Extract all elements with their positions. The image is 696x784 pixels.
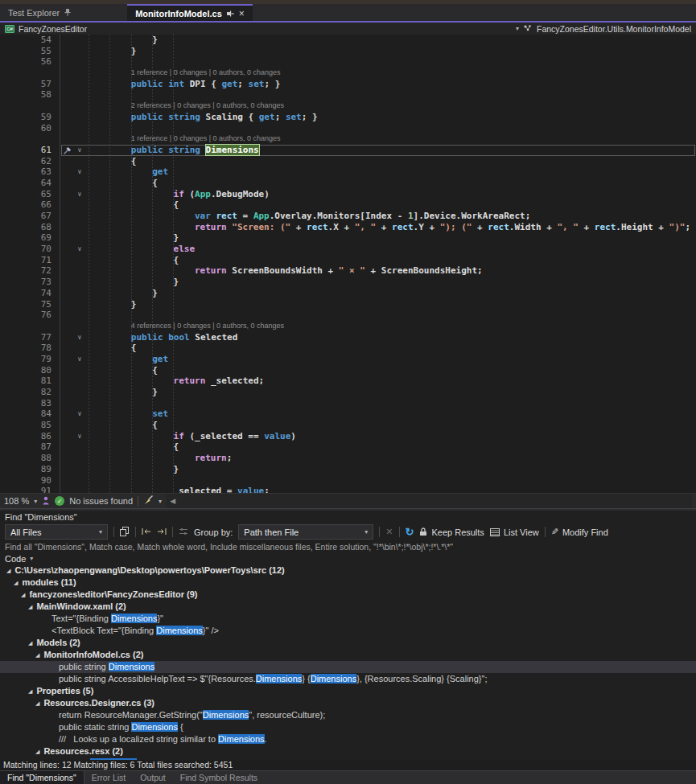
fold-chevron-icon[interactable]: ∨	[77, 408, 82, 420]
code-line[interactable]: 75}	[0, 299, 696, 310]
code-line[interactable]: 78{	[0, 343, 696, 354]
fold-chevron-icon[interactable]: ∨	[77, 332, 82, 343]
code-line[interactable]: 88return;	[0, 453, 696, 464]
tree-expand-icon[interactable]: ◢	[28, 604, 32, 610]
chevron-down-icon[interactable]: ▾	[516, 25, 519, 32]
tree-expand-icon[interactable]: ◢	[14, 580, 18, 585]
code-line[interactable]: 86∨if (_selected == value)	[0, 431, 696, 442]
code-line[interactable]: 80{	[0, 365, 696, 376]
chevron-down-icon[interactable]: ▾	[159, 498, 162, 505]
code-line[interactable]: 81return _selected;	[0, 376, 696, 387]
code-line[interactable]: 64{	[0, 178, 696, 189]
tab-find-dimensions[interactable]: Find "Dimensions"	[0, 771, 84, 784]
breadcrumb-type[interactable]: FancyZonesEditor.Utils.MonitorInfoModel	[537, 24, 691, 34]
zoom-level[interactable]: 108 %	[4, 496, 29, 506]
tab-test-explorer[interactable]: Test Explorer	[0, 4, 79, 21]
document-health-icon[interactable]	[42, 496, 50, 507]
code-line[interactable]: 79∨get	[0, 354, 696, 365]
find-result-item[interactable]: public string AccessibleHelpText => $"{R…	[0, 673, 696, 685]
keep-results-button[interactable]: Keep Results	[419, 527, 484, 537]
fold-chevron-icon[interactable]: ∨	[77, 145, 82, 156]
code-line[interactable]: 56	[0, 56, 696, 68]
find-result-item[interactable]: <TextBlock Text="{Binding Dimensions}" /…	[0, 625, 696, 637]
find-tree-group[interactable]: ◢MonitorInfoModel.cs (2)	[0, 649, 696, 661]
codelens-row[interactable]: 4 references | 0 changes | 0 authors, 0 …	[0, 321, 696, 332]
previous-location-icon[interactable]	[142, 527, 151, 537]
find-result-item[interactable]: public static string Dimensions {	[0, 721, 696, 733]
code-line[interactable]: 82}	[0, 387, 696, 398]
scroll-left-icon[interactable]: ◀	[167, 497, 175, 505]
find-result-item[interactable]: return ResourceManager.GetString("Dimens…	[0, 709, 696, 721]
find-tree-group[interactable]: ◢Resources.Designer.cs (3)	[0, 697, 696, 709]
horizontal-scrollbar[interactable]: ◀	[167, 494, 692, 508]
find-result-item[interactable]: /// Looks up a localized string similar …	[0, 733, 696, 745]
find-tree-group[interactable]: ◢modules (11)	[0, 577, 696, 589]
tab-find-symbol-results[interactable]: Find Symbol Results	[173, 771, 265, 784]
code-line[interactable]: 60	[0, 123, 696, 134]
tab-output[interactable]: Output	[133, 771, 173, 784]
code-line[interactable]: 77∨public bool Selected	[0, 332, 696, 343]
code-line[interactable]: 76	[0, 310, 696, 321]
fold-chevron-icon[interactable]: ∨	[77, 354, 82, 365]
find-tree-group[interactable]: ◢fancyzones\editor\FancyZonesEditor (9)	[0, 589, 696, 601]
tree-expand-icon[interactable]: ◢	[35, 652, 39, 658]
code-line[interactable]: 89}	[0, 464, 696, 475]
find-tree-group[interactable]: ◢Properties (5)	[0, 685, 696, 697]
code-line[interactable]: 90	[0, 475, 696, 486]
code-line[interactable]: 55}	[0, 46, 696, 57]
code-line[interactable]: 91_selected = value;	[0, 486, 696, 493]
tab-monitorinfomodel[interactable]: MonitorInfoModel.cs ×	[127, 4, 253, 21]
code-line[interactable]: 66{	[0, 199, 696, 211]
code-line[interactable]: 57public int DPI { get; set; }	[0, 79, 696, 90]
pin-icon[interactable]	[227, 9, 234, 18]
code-line[interactable]: 85{	[0, 420, 696, 431]
code-line[interactable]: 84∨set	[0, 408, 696, 420]
code-line[interactable]: 54}	[0, 35, 696, 46]
codelens-row[interactable]: 1 reference | 0 changes | 0 authors, 0 c…	[0, 133, 696, 145]
list-view-button[interactable]: List View	[490, 527, 539, 537]
close-icon[interactable]: ×	[239, 8, 245, 19]
breadcrumb-project[interactable]: FancyZonesEditor	[19, 24, 87, 34]
code-line[interactable]: 69}	[0, 232, 696, 244]
copy-results-icon[interactable]	[120, 527, 130, 538]
find-tree-group[interactable]: ◢C:\Users\zhaopengwang\Desktop\powertoys…	[0, 564, 696, 577]
code-line[interactable]: 73}	[0, 277, 696, 288]
code-line[interactable]: 63∨get	[0, 166, 696, 178]
tree-expand-icon[interactable]: ◢	[35, 749, 39, 754]
next-location-icon[interactable]	[157, 527, 167, 537]
modify-find-button[interactable]: ✎ Modify Find	[551, 527, 608, 537]
code-line[interactable]: 67var rect = App.Overlay.Monitors[Index …	[0, 211, 696, 222]
fold-chevron-icon[interactable]: ∨	[77, 166, 82, 178]
fold-chevron-icon[interactable]: ∨	[77, 431, 82, 442]
code-line[interactable]: 68return "Screen: (" + rect.X + ", " + r…	[0, 222, 696, 233]
tab-error-list[interactable]: Error List	[84, 771, 134, 784]
tree-expand-icon[interactable]: ◢	[28, 640, 32, 646]
settings-icon[interactable]	[179, 527, 188, 537]
code-line[interactable]: 71{	[0, 255, 696, 266]
code-line[interactable]: 70∨else	[0, 244, 696, 255]
code-editor[interactable]: 54}55}561 reference | 0 changes | 0 auth…	[0, 35, 696, 493]
quick-actions-icon[interactable]	[63, 146, 72, 157]
find-tree-group[interactable]: ◢Models (2)	[0, 637, 696, 649]
code-line[interactable]: 87{	[0, 441, 696, 453]
find-result-item[interactable]: Text="{Binding Dimensions}"	[0, 613, 696, 625]
codelens-row[interactable]: 1 reference | 0 changes | 0 authors, 0 c…	[0, 68, 696, 79]
code-line[interactable]: 58	[0, 89, 696, 101]
code-line[interactable]: 65∨if (App.DebugMode)	[0, 189, 696, 200]
tree-expand-icon[interactable]: ◢	[21, 592, 25, 597]
code-cleanup-icon[interactable]	[143, 495, 154, 507]
code-line[interactable]: 61∨public string Dimensions	[0, 145, 696, 156]
tree-expand-icon[interactable]: ◢	[35, 700, 39, 706]
fold-chevron-icon[interactable]: ∨	[77, 189, 82, 200]
chevron-down-icon[interactable]: ▾	[34, 498, 37, 505]
repeat-search-icon[interactable]: ↻	[406, 526, 414, 538]
code-line[interactable]: 74}	[0, 288, 696, 299]
code-line[interactable]: 62{	[0, 156, 696, 167]
pin-icon[interactable]	[64, 8, 71, 18]
code-line[interactable]: 59public string Scaling { get; set; }	[0, 112, 696, 123]
issues-status[interactable]: No issues found	[69, 496, 133, 506]
scope-dropdown[interactable]: All Files ▾	[5, 524, 108, 540]
code-line[interactable]: 83	[0, 398, 696, 409]
code-filter-dropdown[interactable]: Code ▾	[0, 553, 696, 565]
tree-expand-icon[interactable]: ◢	[6, 568, 10, 573]
